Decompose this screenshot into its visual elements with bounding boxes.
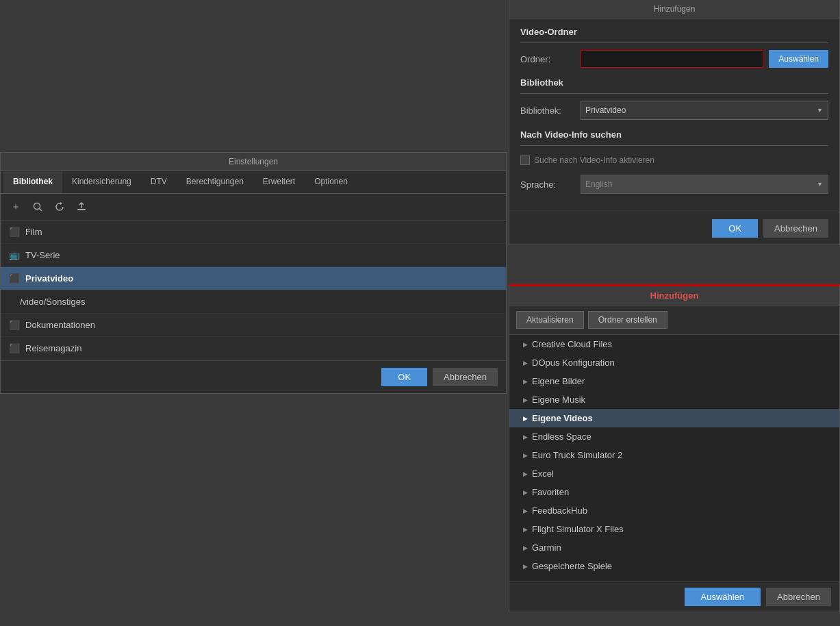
folder-auswählen-button[interactable]: Auswählen xyxy=(685,588,761,606)
bibliothek-row: Bibliothek: Privatvideo Film TV-Serie Do… xyxy=(520,101,828,120)
library-item-dokumentationen[interactable]: ⬛ Dokumentationen xyxy=(1,314,506,337)
video-folder-section: Video-Ordner Ordner: Auswählen xyxy=(520,27,828,68)
folder-arrow: ▶ xyxy=(523,489,528,496)
folder-name: Euro Truck Simulator 2 xyxy=(532,450,831,460)
library-list: ⬛ Film 📺 TV-Serie ⬛ Privatvideo /video/S… xyxy=(1,221,506,360)
folder-name: Creative Cloud Files xyxy=(532,339,831,349)
library-item-film-label: Film xyxy=(25,227,42,237)
folder-cancel-button[interactable]: Abbrechen xyxy=(766,588,831,606)
folder-name: FeedbackHub xyxy=(532,505,831,516)
library-item-privatvideo[interactable]: ⬛ Privatvideo xyxy=(1,267,506,290)
video-info-checkbox-label: Suche nach Video-Info aktivieren xyxy=(534,155,654,165)
tab-optionen[interactable]: Optionen xyxy=(305,171,357,193)
settings-cancel-button[interactable]: Abbrechen xyxy=(433,368,498,386)
svg-point-0 xyxy=(34,203,40,210)
bibliothek-section-label: Bibliothek xyxy=(520,77,828,88)
folder-arrow: ▶ xyxy=(523,526,528,533)
folder-arrow: ▶ xyxy=(523,397,528,403)
folder-item-favoriten[interactable]: ▶ Favoriten xyxy=(509,483,839,501)
privatvideo-icon: ⬛ xyxy=(9,273,20,284)
folder-item-gespeicherte-spiele[interactable]: ▶ Gespeicherte Spiele xyxy=(509,557,839,575)
folder-arrow: ▶ xyxy=(523,508,528,514)
reisemagazin-icon: ⬛ xyxy=(9,343,20,353)
folder-name: Flight Simulator X Files xyxy=(532,524,831,534)
tab-erweitert[interactable]: Erweitert xyxy=(253,171,305,193)
folder-arrow: ▶ xyxy=(523,378,528,385)
settings-ok-button[interactable]: OK xyxy=(381,368,427,386)
film-icon: ⬛ xyxy=(9,227,20,237)
folder-name: Endless Space xyxy=(532,431,831,442)
bibliothek-section: Bibliothek Bibliothek: Privatvideo Film … xyxy=(520,77,828,120)
settings-dialog: Einstellungen Bibliothek Kindersicherung… xyxy=(0,152,507,394)
settings-footer: OK Abbrechen xyxy=(1,360,506,393)
library-item-sonstiges[interactable]: /video/Sonstiges xyxy=(1,290,506,314)
ordner-erstellen-button[interactable]: Ordner erstellen xyxy=(588,311,667,329)
folder-name: Eigene Musik xyxy=(532,395,831,405)
ordner-auswählen-button[interactable]: Auswählen xyxy=(769,50,828,68)
folder-item-endless-space[interactable]: ▶ Endless Space xyxy=(509,427,839,446)
video-info-checkbox[interactable] xyxy=(520,155,530,165)
add-dialog-top-body: Video-Ordner Ordner: Auswählen Bibliothe… xyxy=(509,18,839,212)
tab-dtv[interactable]: DTV xyxy=(141,171,177,193)
folder-item-feedbackhub[interactable]: ▶ FeedbackHub xyxy=(509,501,839,520)
add-library-button[interactable]: ＋ xyxy=(6,198,25,216)
folder-item-eigene-musik[interactable]: ▶ Eigene Musik xyxy=(509,390,839,409)
dokumentationen-icon: ⬛ xyxy=(9,320,20,330)
library-item-dokumentationen-label: Dokumentationen xyxy=(25,320,95,330)
folder-arrow: ▶ xyxy=(523,415,528,422)
sprache-label: Sprache: xyxy=(520,179,575,190)
add-dialog-top-title: Hinzufügen xyxy=(509,0,839,18)
settings-toolbar: ＋ xyxy=(1,194,506,221)
folder-name: DOpus Konfiguration xyxy=(532,358,831,368)
folder-item-excel[interactable]: ▶ Excel xyxy=(509,464,839,483)
folder-item-eigene-videos[interactable]: ▶ Eigene Videos xyxy=(509,409,839,427)
video-folder-label: Video-Ordner xyxy=(520,27,828,37)
svg-line-1 xyxy=(40,209,42,212)
library-item-reisemagazin-label: Reisemagazin xyxy=(25,343,81,353)
folder-tree[interactable]: ▶ Creative Cloud Files ▶ DOpus Konfigura… xyxy=(509,335,839,581)
folder-arrow: ▶ xyxy=(523,544,528,551)
video-info-section-label: Nach Video-Info suchen xyxy=(520,129,828,140)
refresh-icon-button[interactable] xyxy=(50,198,69,216)
settings-title: Einstellungen xyxy=(1,153,506,171)
folder-item-creative-cloud[interactable]: ▶ Creative Cloud Files xyxy=(509,335,839,353)
search-icon-button[interactable] xyxy=(28,198,47,216)
folder-item-flight-simulator[interactable]: ▶ Flight Simulator X Files xyxy=(509,520,839,538)
add-dialog-cancel-button[interactable]: Abbrechen xyxy=(763,219,828,238)
folder-item-eigene-bilder[interactable]: ▶ Eigene Bilder xyxy=(509,372,839,390)
tab-berechtigungen[interactable]: Berechtigungen xyxy=(177,171,253,193)
video-folder-divider xyxy=(520,42,828,43)
library-item-film[interactable]: ⬛ Film xyxy=(1,221,506,244)
add-dialog-ok-button[interactable]: OK xyxy=(712,219,758,238)
library-item-sonstiges-label: /video/Sonstiges xyxy=(20,297,85,307)
add-dialog-bottom: Hinzufügen Aktualisieren Ordner erstelle… xyxy=(509,284,840,612)
folder-name: Eigene Bilder xyxy=(532,376,831,386)
add-dialog-bottom-title: Hinzufügen xyxy=(509,286,839,305)
ordner-input[interactable] xyxy=(581,50,763,68)
tvserie-icon: 📺 xyxy=(9,250,20,260)
folder-item-garmin[interactable]: ▶ Garmin xyxy=(509,538,839,557)
tab-kindersicherung[interactable]: Kindersicherung xyxy=(62,171,141,193)
folder-name: Garmin xyxy=(532,542,831,553)
video-info-divider xyxy=(520,145,828,146)
tab-bibliothek[interactable]: Bibliothek xyxy=(3,171,62,193)
aktualisieren-button[interactable]: Aktualisieren xyxy=(516,311,584,329)
library-item-tvserie[interactable]: 📺 TV-Serie xyxy=(1,244,506,267)
video-info-section: Nach Video-Info suchen Suche nach Video-… xyxy=(520,129,828,194)
add-dialog-top-footer: OK Abbrechen xyxy=(509,212,839,245)
folder-name: Eigene Videos xyxy=(532,413,831,423)
folder-arrow: ▶ xyxy=(523,360,528,366)
folder-arrow: ▶ xyxy=(523,341,528,348)
folder-arrow: ▶ xyxy=(523,452,528,459)
folder-item-dopus[interactable]: ▶ DOpus Konfiguration xyxy=(509,353,839,372)
upload-icon-button[interactable] xyxy=(72,198,91,216)
bibliothek-select[interactable]: Privatvideo Film TV-Serie Dokumentatione… xyxy=(581,101,828,120)
refresh-icon xyxy=(54,201,65,212)
library-item-privatvideo-label: Privatvideo xyxy=(25,273,73,284)
folder-toolbar: Aktualisieren Ordner erstellen xyxy=(509,305,839,335)
sprache-select[interactable]: English xyxy=(581,175,828,194)
folder-item-euro-truck[interactable]: ▶ Euro Truck Simulator 2 xyxy=(509,446,839,464)
library-item-tvserie-label: TV-Serie xyxy=(25,250,60,260)
library-item-reisemagazin[interactable]: ⬛ Reisemagazin xyxy=(1,337,506,360)
search-icon xyxy=(32,201,43,212)
